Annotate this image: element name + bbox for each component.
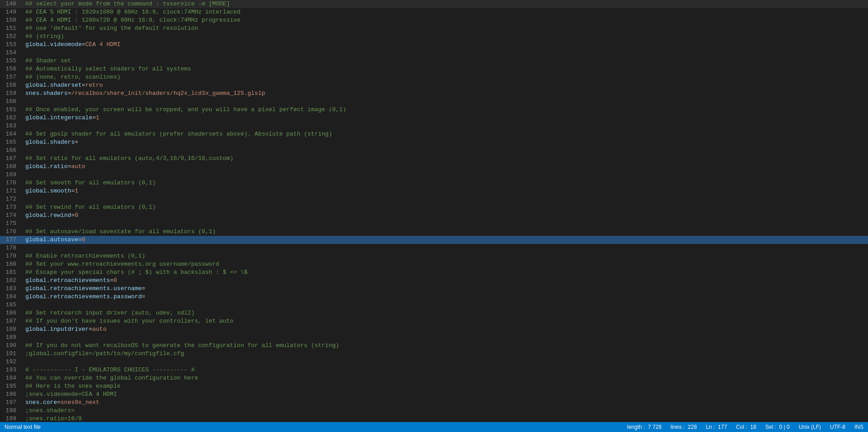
line-content: ## CEA 4 HDMI : 1280x720 @ 60Hz 16:9, cl… xyxy=(22,16,868,24)
line-content: ## Here is the snes example xyxy=(22,382,868,390)
line-content xyxy=(22,146,868,155)
line-number: 189 xyxy=(0,333,22,342)
line-number: 168 xyxy=(0,163,22,171)
line-number: 167 xyxy=(0,155,22,163)
line-number: 191 xyxy=(0,350,22,358)
line-content xyxy=(22,195,868,203)
line-content: global.autosave=0 xyxy=(22,236,868,244)
line-content: global.shaders= xyxy=(22,138,868,146)
line-ending: Unix (LF) xyxy=(799,424,821,430)
line-content: ## CEA 5 HDMI : 1920x1080 @ 60Hz 16:9, c… xyxy=(22,8,868,16)
line-number: 170 xyxy=(0,179,22,187)
line-number: 195 xyxy=(0,382,22,390)
line-number: 152 xyxy=(0,33,22,41)
line-content: global.retroachievements.password= xyxy=(22,293,868,301)
table-row: 186## Set retroarch input driver (auto, … xyxy=(0,309,868,317)
table-row: 162global.integerscale=1 xyxy=(0,114,868,122)
line-number: 171 xyxy=(0,187,22,195)
line-content: snes.core=snes9x_next xyxy=(22,399,868,407)
table-row: 183global.retroachievements.username= xyxy=(0,285,868,293)
line-number: 190 xyxy=(0,342,22,350)
table-row: 191;global.configfile=/path/to/my/config… xyxy=(0,350,868,358)
line-content: ## Automatically select shaders for all … xyxy=(22,65,868,73)
line-content: global.integerscale=1 xyxy=(22,114,868,122)
line-content: ## use 'default' for using the default r… xyxy=(22,24,868,33)
line-number: 182 xyxy=(0,277,22,285)
line-content: global.smooth=1 xyxy=(22,187,868,195)
status-right: length : 7 728 lines : 228 Ln : 177 Col … xyxy=(627,424,863,430)
table-row: 198;snes.shaders= xyxy=(0,407,868,415)
line-content: ## select your mode from the command : t… xyxy=(22,0,868,8)
line-number: 179 xyxy=(0,252,22,260)
line-content: ## Once enabled, your screen will be cro… xyxy=(22,106,868,114)
line-content: snes.shaders=/recalbox/share_init/shader… xyxy=(22,89,868,98)
sel-label: Sel : xyxy=(765,424,776,430)
line-number: 197 xyxy=(0,399,22,407)
line-number: 154 xyxy=(0,49,22,57)
line-number: 175 xyxy=(0,220,22,228)
line-content: ## If you don't have issues with your co… xyxy=(22,317,868,325)
editor-area: 148## select your mode from the command … xyxy=(0,0,868,422)
table-row: 158global.shaderset=retro xyxy=(0,81,868,89)
line-content: ## Set smooth for all emulators (0,1) xyxy=(22,179,868,187)
ln-value: 177 xyxy=(718,424,727,430)
line-number: 198 xyxy=(0,407,22,415)
line-number: 194 xyxy=(0,374,22,382)
line-number: 199 xyxy=(0,415,22,422)
line-content: ## (none, retro, scanlines) xyxy=(22,73,868,81)
line-number: 160 xyxy=(0,98,22,106)
table-row: 150## CEA 4 HDMI : 1280x720 @ 60Hz 16:9,… xyxy=(0,16,868,24)
line-content: global.rewind=0 xyxy=(22,211,868,220)
line-number: 185 xyxy=(0,301,22,309)
table-row: 151## use 'default' for using the defaul… xyxy=(0,24,868,33)
code-table: 148## select your mode from the command … xyxy=(0,0,868,422)
line-content xyxy=(22,122,868,130)
line-number: 196 xyxy=(0,390,22,399)
table-row: 157## (none, retro, scanlines) xyxy=(0,73,868,81)
status-bar: Normal text file length : 7 728 lines : … xyxy=(0,422,868,432)
line-content xyxy=(22,171,868,179)
table-row: 189 xyxy=(0,333,868,342)
line-content: global.retroachievements=0 xyxy=(22,277,868,285)
code-container[interactable]: 148## select your mode from the command … xyxy=(0,0,868,422)
line-content: ## If you do not want recalboxOS to gene… xyxy=(22,342,868,350)
table-row: 169 xyxy=(0,171,868,179)
table-row: 180## Set your www.retroachievements.org… xyxy=(0,260,868,268)
line-number: 193 xyxy=(0,366,22,374)
line-number: 187 xyxy=(0,317,22,325)
line-content: global.inputdriver=auto xyxy=(22,325,868,333)
line-number: 181 xyxy=(0,268,22,277)
length-info: length : 7 728 xyxy=(627,424,661,430)
table-row: 185 xyxy=(0,301,868,309)
line-content xyxy=(22,220,868,228)
line-number: 155 xyxy=(0,57,22,65)
ins-mode: INS xyxy=(854,424,863,430)
line-content: ## Set gpslp shader for all emulators (p… xyxy=(22,130,868,138)
line-content: ## Set retroarch input driver (auto, ude… xyxy=(22,309,868,317)
file-type: Normal text file xyxy=(5,424,41,430)
col-value: 18 xyxy=(750,424,756,430)
line-content xyxy=(22,244,868,252)
table-row: 194## You can override the global config… xyxy=(0,374,868,382)
lines-label: lines : xyxy=(670,424,684,430)
line-content: ## Set autosave/load savestate for all e… xyxy=(22,228,868,236)
table-row: 181## Escape your special chars (# ; $) … xyxy=(0,268,868,277)
line-content: ## Set ratio for all emulators (auto,4/3… xyxy=(22,155,868,163)
table-row: 184global.retroachievements.password= xyxy=(0,293,868,301)
table-row: 172 xyxy=(0,195,868,203)
col-label: Col : xyxy=(736,424,747,430)
line-content: ## Set rewind for all emulators (0,1) xyxy=(22,203,868,211)
line-number: 172 xyxy=(0,195,22,203)
line-content: ## Set your www.retroachievements.org us… xyxy=(22,260,868,268)
table-row: 160 xyxy=(0,98,868,106)
line-number: 177 xyxy=(0,236,22,244)
table-row: 178 xyxy=(0,244,868,252)
length-label: length : xyxy=(627,424,645,430)
table-row: 196;snes.videomode=CEA 4 HDMI xyxy=(0,390,868,399)
table-row: 148## select your mode from the command … xyxy=(0,0,868,8)
line-content: ## You can override the global configura… xyxy=(22,374,868,382)
table-row: 190## If you do not want recalboxOS to g… xyxy=(0,342,868,350)
line-content: global.shaderset=retro xyxy=(22,81,868,89)
table-row: 199;snes.ratio=16/9 xyxy=(0,415,868,422)
table-row: 174global.rewind=0 xyxy=(0,211,868,220)
